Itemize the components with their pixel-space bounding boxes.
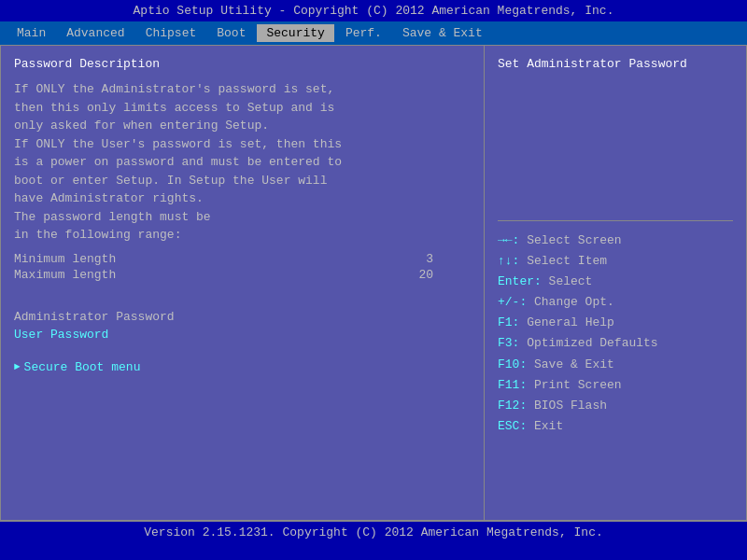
max-length-row: Maximum length 20 [14, 268, 471, 282]
help-key: F10: [498, 357, 534, 371]
arrow-right-icon: ► [14, 361, 21, 372]
nav-item-advanced[interactable]: Advanced [57, 24, 134, 42]
help-key: F11: [498, 378, 534, 392]
footer: Version 2.15.1231. Copyright (C) 2012 Am… [0, 521, 747, 543]
help-desc: Select Item [527, 254, 607, 268]
help-key: F12: [498, 399, 534, 413]
user-password[interactable]: User Password [14, 328, 471, 342]
desc-line: only asked for when entering Setup. [14, 117, 471, 135]
nav-item-chipset[interactable]: Chipset [136, 24, 206, 42]
desc-line: in the following range: [14, 226, 471, 245]
min-length-label: Minimum length [14, 252, 116, 266]
help-key: ↑↓: [498, 254, 527, 268]
help-key: +/-: [498, 295, 534, 309]
section-title: Password Description [14, 57, 471, 71]
divider [498, 220, 733, 221]
help-text: →←: Select Screen↑↓: Select ItemEnter: S… [498, 231, 733, 437]
desc-line: If ONLY the Administrator's password is … [14, 80, 471, 99]
min-length-row: Minimum length 3 [14, 252, 471, 266]
min-length-value: 3 [426, 252, 433, 266]
help-desc: BIOS Flash [534, 399, 607, 413]
help-key: F1: [498, 315, 527, 329]
help-desc: General Help [527, 315, 614, 329]
help-key: →←: [498, 233, 527, 247]
nav-item-boot[interactable]: Boot [207, 24, 255, 42]
left-panel: Password Description If ONLY the Adminis… [1, 46, 485, 520]
help-desc: Save & Exit [534, 357, 614, 371]
nav-item-security[interactable]: Security [257, 24, 333, 42]
help-item: F10: Save & Exit [498, 355, 733, 375]
help-desc: Print Screen [534, 378, 622, 392]
max-length-value: 20 [418, 268, 433, 282]
nav-item-perf.[interactable]: Perf. [336, 24, 391, 42]
help-desc: Select [549, 274, 593, 288]
desc-line: then this only limits access to Setup an… [14, 99, 471, 118]
desc-line: The password length must be [14, 208, 471, 227]
help-item: F1: General Help [498, 313, 733, 333]
help-desc: Change Opt. [534, 295, 614, 309]
main-content: Password Description If ONLY the Adminis… [0, 45, 747, 521]
help-desc: Select Screen [527, 233, 621, 247]
help-item: ESC: Exit [498, 416, 733, 437]
help-desc: Exit [534, 419, 563, 433]
secure-boot-label: Secure Boot menu [24, 360, 141, 374]
secure-boot-menu[interactable]: ► Secure Boot menu [14, 360, 471, 374]
right-panel: Set Administrator Password →←: Select Sc… [485, 46, 746, 520]
help-key: ESC: [498, 419, 534, 433]
nav-bar: MainAdvancedChipsetBootSecurityPerf.Save… [0, 21, 747, 45]
nav-item-save-and-exit[interactable]: Save & Exit [393, 24, 492, 42]
desc-line: is a power on password and must be enter… [14, 153, 471, 172]
title-text: Aptio Setup Utility - Copyright (C) 2012… [134, 4, 614, 18]
help-desc: Optimized Defaults [527, 336, 657, 350]
help-item: F3: Optimized Defaults [498, 333, 733, 354]
title-bar: Aptio Setup Utility - Copyright (C) 2012… [0, 0, 747, 21]
password-info: Minimum length 3 Maximum length 20 [14, 252, 471, 282]
desc-line: If ONLY the User's password is set, then… [14, 135, 471, 154]
help-item: F11: Print Screen [498, 375, 733, 396]
help-item: F12: BIOS Flash [498, 396, 733, 416]
admin-password[interactable]: Administrator Password [14, 310, 471, 324]
help-key: F3: [498, 336, 527, 350]
help-item: →←: Select Screen [498, 231, 733, 251]
help-item: Enter: Select [498, 272, 733, 292]
nav-item-main[interactable]: Main [7, 24, 55, 42]
footer-text: Version 2.15.1231. Copyright (C) 2012 Am… [144, 525, 602, 539]
right-panel-title: Set Administrator Password [498, 57, 733, 71]
description-block: If ONLY the Administrator's password is … [14, 80, 471, 245]
help-item: +/-: Change Opt. [498, 292, 733, 313]
help-item: ↑↓: Select Item [498, 251, 733, 272]
max-length-label: Maximum length [14, 268, 116, 282]
desc-line: have Administrator rights. [14, 189, 471, 208]
help-key: Enter: [498, 274, 549, 288]
desc-line: boot or enter Setup. In Setup the User w… [14, 172, 471, 190]
